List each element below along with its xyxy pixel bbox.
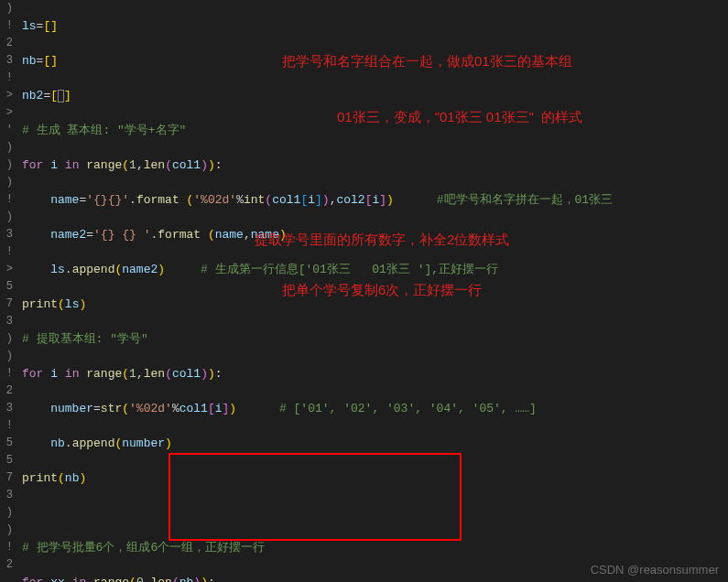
gutter-num: ! xyxy=(0,70,13,87)
gutter-num: 5 xyxy=(0,278,13,296)
code-line[interactable]: ls=[] xyxy=(22,17,728,35)
gutter-num: ! xyxy=(0,365,13,383)
gutter-num: 3 xyxy=(0,487,13,504)
code-area[interactable]: ls=[] nb=[] nb2=[] # 生成 基本组: "学号+名字" for… xyxy=(16,0,728,582)
gutter-num: ! xyxy=(0,243,13,261)
code-line[interactable]: for i in range(1,len(col1)): xyxy=(22,156,728,174)
code-editor[interactable]: ) ! 2 3 ! > > ' ) ) ) ! ) 3 ! > 5 7 3 ) … xyxy=(0,0,728,582)
gutter-num: > xyxy=(0,87,13,104)
annotation-2: 01张三，变成，"01张三 01张三" 的样式 xyxy=(337,108,582,125)
code-line[interactable] xyxy=(22,504,728,522)
gutter-num: ) xyxy=(0,504,13,522)
watermark: CSDN @reasonsummer xyxy=(591,563,719,577)
gutter-num: 3 xyxy=(0,226,13,243)
gutter-num: 2 xyxy=(0,383,13,400)
gutter-num: 5 xyxy=(0,452,13,469)
gutter-num: ! xyxy=(0,417,13,435)
gutter-num: 3 xyxy=(0,313,13,330)
gutter-num: ) xyxy=(0,139,13,156)
gutter-num: ! xyxy=(0,191,13,209)
code-line[interactable]: nb.append(number) xyxy=(22,435,728,452)
code-line[interactable]: name='{}{}'.format ('%02d'%int(col1[i]),… xyxy=(22,191,728,209)
gutter-num: ) xyxy=(0,0,13,17)
code-line[interactable]: ls.append(name2) # 生成第一行信息['01张三 01张三 ']… xyxy=(22,261,728,278)
gutter-num: ! xyxy=(0,539,13,556)
code-line[interactable]: for i in range(1,len(col1)): xyxy=(22,365,728,383)
annotation-3: 提取学号里面的所有数字，补全2位数样式 xyxy=(255,231,509,248)
annotation-1: 把学号和名字组合在一起，做成01张三的基本组 xyxy=(282,52,572,70)
code-line[interactable]: nb2=[] xyxy=(22,87,728,104)
code-line[interactable]: # 提取基本组: "学号" xyxy=(22,330,728,348)
gutter-num: 2 xyxy=(0,556,13,574)
gutter-num: ) xyxy=(0,330,13,348)
gutter-num: 5 xyxy=(0,435,13,452)
gutter-num: 3 xyxy=(0,400,13,417)
highlight-box xyxy=(168,453,462,541)
code-line[interactable]: # 把学号批量6个，组成6个一组，正好摆一行 xyxy=(22,539,728,556)
code-line[interactable]: print(nb) xyxy=(22,469,728,487)
gutter-num: ) xyxy=(0,209,13,226)
gutter-num: 2 xyxy=(0,35,13,52)
gutter-num: 3 xyxy=(0,52,13,70)
gutter-num: ) xyxy=(0,174,13,191)
gutter-num: 7 xyxy=(0,296,13,313)
gutter-num: ) xyxy=(0,348,13,365)
gutter-num: ! xyxy=(0,17,13,35)
gutter-num: ) xyxy=(0,156,13,174)
gutter-num: > xyxy=(0,104,13,122)
gutter-num: ' xyxy=(0,122,13,139)
line-gutter: ) ! 2 3 ! > > ' ) ) ) ! ) 3 ! > 5 7 3 ) … xyxy=(0,0,16,582)
code-line[interactable]: number=str('%02d'%col1[i]) # ['01', '02'… xyxy=(22,400,728,417)
gutter-num: 7 xyxy=(0,469,13,487)
gutter-num: ) xyxy=(0,522,13,539)
annotation-4: 把单个学号复制6次，正好摆一行 xyxy=(282,281,482,298)
gutter-num: > xyxy=(0,261,13,278)
